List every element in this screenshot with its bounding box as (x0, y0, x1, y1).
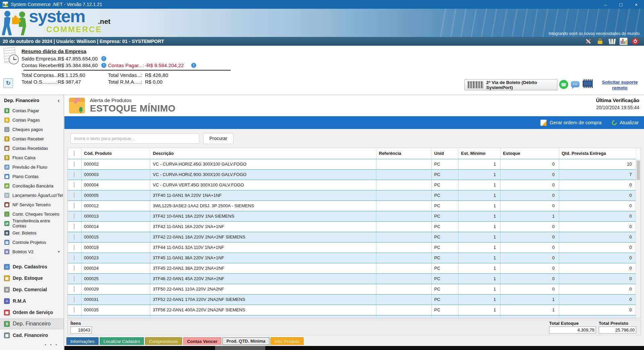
sidebar-dept-dep-estoque[interactable]: ▣Dep. Estoque (0, 272, 64, 284)
refresh-summary-button[interactable]: ↻ (3, 78, 13, 88)
table-row[interactable]: 0000133TF42 10-0AN1 16A 220V 1NA SIEMENS… (68, 211, 636, 221)
reports-chart-icon[interactable] (620, 38, 628, 45)
row-checkbox[interactable] (74, 255, 74, 261)
sidebar-dept-r-m-a[interactable]: +R.M.A (0, 295, 64, 307)
table-row[interactable]: 0000353TF56 22-0AN1 400A 220V 2NA2NF SIE… (68, 305, 636, 315)
sidebar-item-transferencia-entre-contas[interactable]: ⇄Transferência entre Contas (0, 219, 64, 228)
remote-support-link[interactable]: Solicitar suporte remoto (600, 79, 640, 91)
sidebar-item-controle-projetos[interactable]: ▤Controle Projetos (0, 237, 64, 247)
column-header-qtd-prevista-entrega[interactable]: Qtd. Prevista Entrega (559, 148, 636, 159)
sidebar-item-contr-cheques-terceiro[interactable]: ↓Contr. Cheques Terceiro (0, 209, 64, 219)
column-header-unid[interactable]: Unid (431, 148, 458, 159)
search-button[interactable]: Procurar (203, 133, 233, 144)
sidebar-header[interactable]: Dep. Financeiro ‹ (0, 95, 64, 106)
sidebar-item-previsao-de-fluxo[interactable]: ↗Previsão de Fluxo (0, 162, 64, 172)
row-checkbox[interactable] (74, 224, 74, 229)
refresh-button[interactable]: Atualizar (612, 120, 639, 125)
row-checkbox[interactable] (74, 276, 74, 281)
row-checkbox[interactable] (74, 161, 74, 167)
row-checkbox[interactable] (74, 265, 74, 271)
vertical-scrollbar[interactable] (636, 159, 641, 318)
chat-icon[interactable]: ••• (571, 81, 580, 87)
sidebar-item-plano-contas[interactable]: ▦Plano Contas (0, 172, 64, 181)
sidebar-item-conciliacao-bancaria[interactable]: ⇄Conciliação Bancária (0, 181, 64, 190)
row-checkbox[interactable] (74, 245, 74, 250)
library-icon[interactable] (608, 38, 616, 45)
sidebar-item-contas-pagas[interactable]: $Contas Pagas (0, 115, 64, 125)
sidebar-gripper[interactable]: ··· (0, 256, 64, 261)
row-checkbox[interactable] (74, 213, 74, 219)
itens-count-field[interactable] (70, 326, 92, 334)
minimize-button[interactable]: – (598, 0, 613, 9)
sidebar-dept-dep-financeiro[interactable]: $Dep. Financeiro (0, 318, 64, 330)
sidebar-dept-dep-comercial[interactable]: ¤Dep. Comercial (0, 284, 64, 295)
saldo-info-icon[interactable]: ! (101, 56, 106, 61)
row-checkbox[interactable] (74, 182, 74, 188)
table-row[interactable]: 0000243TF45 22-0AN1 38A 220V 2NA+2NFPC10… (68, 263, 636, 273)
row-checkbox[interactable] (74, 172, 74, 177)
tab-info-produto[interactable]: Info. Produto (270, 337, 303, 345)
generate-order-button[interactable]: Gerar ordem de compra (540, 120, 602, 126)
table-row[interactable]: 0000153TF42 22-0AN1 16A 220V 2NA+2NF SIE… (68, 232, 636, 242)
receber-info-icon[interactable]: ! (101, 63, 106, 68)
table-row[interactable]: 000002VC - CURVA HORIZ.45G 300X100 GALV.… (68, 159, 636, 169)
sidebar-item-contas-recebidas[interactable]: ▤Contas Recebidas (0, 143, 64, 153)
sidebar-overflow-dots[interactable]: • • • (45, 342, 58, 347)
table-row[interactable]: 000004VC - CURVA VERT.45G 300X100 GALV.F… (68, 180, 636, 190)
sidebar-item-contas-pagar[interactable]: $Contas Pagar (0, 106, 64, 115)
search-input[interactable] (70, 133, 199, 144)
row-checkbox[interactable] (74, 297, 74, 302)
tab-prod-qtd-minima[interactable]: Prod. QTD. Mínima (222, 337, 269, 345)
maximize-button[interactable]: □ (613, 0, 629, 9)
row-checkbox[interactable] (74, 307, 74, 313)
table-row[interactable]: 0000233TF45 11-0AN1 38A 220V 1NA+1NFPC10… (68, 253, 636, 263)
row-checkbox[interactable] (74, 192, 74, 198)
tab-contas-vencer[interactable]: Contas Vencer (183, 337, 221, 345)
column-header-descricao[interactable]: Descrição (150, 148, 376, 159)
sidebar-item-ger-boletos[interactable]: ≣Ger. Boletos (0, 228, 64, 237)
row-checkbox[interactable] (74, 234, 74, 240)
sidebar-dept-dep-cadastros[interactable]: ☺Dep. Cadastros (0, 261, 64, 272)
table-row[interactable]: 0000143TF42 11-0AN1 16A 220V 1NA+1NFPC10… (68, 221, 636, 232)
column-header-est-minimo[interactable]: Est. Mínimo (458, 148, 500, 159)
tab-compromissos[interactable]: Compromissos (145, 337, 182, 345)
tools-icon[interactable] (584, 38, 592, 45)
total-previsto-field[interactable] (599, 326, 636, 334)
video-tutorial-icon[interactable] (583, 79, 593, 88)
row-checkbox[interactable] (74, 286, 74, 292)
column-header-estoque[interactable]: Estoque (500, 148, 559, 159)
scrollbar-thumb[interactable] (637, 161, 640, 180)
sidebar-item-lancamento-agua-luz-tel[interactable]: ≡Lançamento Água/Luz/Tel (0, 190, 64, 200)
tab-localizar-cadastro[interactable]: Localizar Cadastro (100, 337, 144, 345)
sidebar-item-cheques-pagos[interactable]: ↓Cheques pagos (0, 125, 64, 134)
table-row[interactable]: 0000313TF52 22-0AN1 170A 220V 2NA2NF SIE… (68, 294, 636, 305)
table-row[interactable]: 0000253TF46 22-0AN1 45A 220V 2NA+2NFPC10… (68, 273, 636, 284)
tab-informacoes[interactable]: Informações (66, 337, 99, 345)
table-row[interactable]: 0000053TF40 11-0AN1 9A 220V 1NA+1NFPC100 (68, 190, 636, 201)
collapse-chevron-icon[interactable]: ‹ (58, 98, 60, 103)
boleto-button[interactable]: 2ª Via de Boleto (Débito SystemPort) (464, 79, 557, 90)
dep-estoque-icon: ▣ (4, 275, 10, 281)
table-row[interactable]: 0000193TF44 11-0AG1 32A 110V 1NA+1NFPC10… (68, 242, 636, 253)
sidebar-item-contas-receber[interactable]: $Contas Receber (0, 134, 64, 143)
sidebar-item-boletos-v2[interactable]: ≣Boletos V2▾ (0, 247, 64, 256)
column-header-cod-produto[interactable]: Cód. Produto (81, 148, 150, 159)
select-all-checkbox[interactable] (74, 150, 74, 156)
table-row[interactable]: 0000293TF50 22-0AN1 110A 220V 2NA2NFPC10… (68, 284, 636, 294)
whatsapp-icon[interactable]: ☎ (559, 80, 568, 89)
total-estoque-field[interactable] (549, 326, 596, 334)
lock-icon[interactable] (596, 38, 604, 45)
power-icon[interactable] (631, 38, 639, 45)
row-checkbox[interactable] (74, 203, 74, 209)
pagar-info-icon[interactable]: ! (191, 63, 196, 68)
table-row[interactable]: 000003VC - CURVA HORIZ.90G 300X100 GALV.… (68, 169, 636, 180)
close-button[interactable]: × (629, 0, 644, 9)
sidebar-item-nf-servico-terceiro[interactable]: ▣NF Serviço Terceiro (0, 200, 64, 209)
select-all-header[interactable] (68, 148, 81, 159)
table-row[interactable]: 0000123WL1225-3ASE2-1AA2 DISJ. 3P 2500A … (68, 201, 636, 211)
sidebar-dept-cad-financeiro[interactable]: ▦Cad. Financeiro (0, 330, 64, 341)
controle-projetos-icon: ▤ (4, 240, 9, 245)
column-header-referencia[interactable]: Referência (376, 148, 431, 159)
sidebar-dept-ordem-de-servico[interactable]: ▣Ordem de Serviço (0, 307, 64, 318)
sidebar-item-fluxo-caixa[interactable]: $Fluxo Caixa (0, 153, 64, 162)
